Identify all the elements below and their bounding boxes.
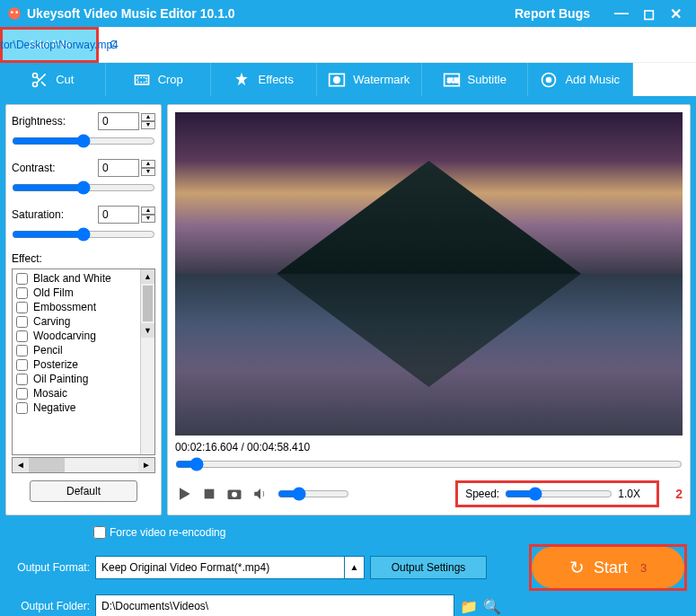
tab-crop[interactable]: Crop [106,63,212,96]
crop-icon [133,71,151,89]
contrast-slider[interactable] [12,180,155,195]
effect-item[interactable]: Old Film [16,286,151,300]
close-button[interactable]: ✕ [662,5,689,22]
svg-rect-13 [205,489,215,499]
tab-effects[interactable]: Effects [211,63,317,96]
effect-item[interactable]: Mosaic [16,386,151,400]
effect-item[interactable]: Carving [16,314,151,329]
effect-list: Black and WhiteOld FilmEmbossmentCarving… [12,268,155,455]
saturation-label: Saturation: [12,208,98,221]
default-button[interactable]: Default [30,480,137,502]
effect-item[interactable]: Oil Painting [16,372,151,386]
tab-bar: Cut Crop Effects Watermark SUBSubtitle A… [0,63,696,99]
speed-value: 1.0X [618,488,649,500]
seek-slider[interactable] [175,457,683,471]
brightness-slider[interactable] [12,134,155,148]
output-panel: Force video re-encoding Output Format: ▲… [0,521,696,616]
snapshot-button[interactable] [225,486,243,502]
contrast-input[interactable] [98,159,139,177]
output-folder-field[interactable] [95,594,454,616]
folder-row: Output Folder: 📁 🔍 [9,594,687,616]
svg-point-3 [33,73,38,77]
speed-control-highlight: Speed: 1.0X [455,480,659,507]
force-row: Force video re-encoding [93,526,687,539]
player-controls: Speed: 1.0X 2 [175,480,683,507]
annotation-3: 3 [640,561,647,575]
output-folder-label: Output Folder: [9,600,90,612]
output-format-label: Output Format: [9,561,90,574]
brightness-label: Brightness: [12,115,98,128]
effect-item[interactable]: Embossment [16,300,151,314]
contrast-param: Contrast: ▲▼ [12,159,155,198]
time-display: 00:02:16.604 / 00:04:58.410 [175,441,683,453]
file-path[interactable]: \Users\Administrator\Desktop\Norway.mp4 [0,39,119,51]
svg-point-1 [11,11,13,13]
effect-item[interactable]: Negative [16,400,151,415]
saturation-slider[interactable] [12,227,155,242]
effect-hscrollbar[interactable]: ◄► [12,457,155,473]
tab-add-music[interactable]: Add Music [528,63,634,96]
output-format-field[interactable] [95,556,345,579]
effect-item[interactable]: Pencil [16,343,151,357]
app-title: Ukeysoft Video Music Editor 10.1.0 [27,6,515,21]
browse-folder-icon[interactable]: 📁 [460,598,478,615]
video-preview[interactable] [175,112,683,436]
tab-subtitle[interactable]: SUBSubtitle [422,63,528,96]
file-row: Add File C 1 \Users\Administrator\Deskto… [0,27,696,63]
scissors-icon [31,71,48,89]
svg-point-4 [33,82,38,86]
contrast-label: Contrast: [12,162,98,174]
brightness-param: Brightness: ▲▼ [12,112,155,152]
format-row: Output Format: ▲ Output Settings ↻ Start… [9,544,687,591]
saturation-input[interactable] [98,206,139,224]
volume-icon[interactable] [252,486,269,502]
volume-slider[interactable] [278,487,349,501]
speed-label: Speed: [465,488,499,500]
tab-spacer [633,63,696,96]
effect-label: Effect: [12,252,155,265]
svg-point-12 [547,77,551,82]
svg-point-15 [232,492,237,497]
start-highlight: ↻ Start 3 [529,544,687,591]
effect-item[interactable]: Woodcarving [16,329,151,343]
contrast-spinner[interactable]: ▲▼ [141,160,155,176]
chevron-up-icon[interactable]: ▲ [345,556,365,579]
svg-point-8 [334,76,340,83]
effect-item[interactable]: Posterize [16,357,151,372]
effects-panel: Brightness: ▲▼ Contrast: ▲▼ Saturation: … [5,104,162,515]
play-button[interactable] [175,485,193,503]
svg-point-0 [8,7,20,19]
stop-button[interactable] [202,487,216,501]
subtitle-icon: SUB [443,71,461,89]
music-icon [540,71,558,89]
effects-icon [233,71,251,89]
open-folder-icon[interactable]: 🔍 [483,598,501,615]
saturation-param: Saturation: ▲▼ [12,206,155,245]
annotation-2: 2 [675,487,683,501]
preview-panel: 00:02:16.604 / 00:04:58.410 Speed: 1.0X … [167,104,691,515]
output-format-combo[interactable]: ▲ [95,556,365,579]
app-logo-icon [7,6,22,21]
tab-watermark[interactable]: Watermark [317,63,423,96]
saturation-spinner[interactable]: ▲▼ [141,207,155,223]
report-bugs-link[interactable]: Report Bugs [515,6,590,21]
main-area: Brightness: ▲▼ Contrast: ▲▼ Saturation: … [0,99,696,521]
svg-text:SUB: SUB [447,77,460,84]
svg-rect-6 [137,77,146,82]
minimize-button[interactable]: — [608,5,635,22]
maximize-button[interactable]: ◻ [635,5,662,22]
refresh-icon: ↻ [569,557,585,578]
effect-item[interactable]: Black and White [16,271,151,286]
force-reencode-checkbox[interactable]: Force video re-encoding [93,526,687,539]
effect-vscrollbar[interactable]: ▲▼ [140,269,154,454]
tab-cut[interactable]: Cut [0,63,106,96]
watermark-icon [328,71,346,89]
brightness-input[interactable] [98,112,139,130]
svg-point-2 [15,11,18,13]
speed-slider[interactable] [505,487,612,501]
start-button[interactable]: ↻ Start 3 [532,547,684,588]
output-settings-button[interactable]: Output Settings [370,556,487,579]
brightness-spinner[interactable]: ▲▼ [141,113,155,129]
title-bar: Ukeysoft Video Music Editor 10.1.0 Repor… [0,0,696,27]
